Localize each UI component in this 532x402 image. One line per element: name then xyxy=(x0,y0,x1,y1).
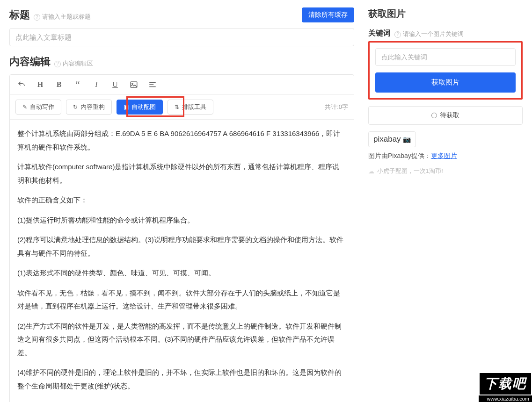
keyword-hint: ? 请输入一个图片关键词 xyxy=(394,30,464,38)
refresh-icon: ↻ xyxy=(73,104,78,110)
article-title-input[interactable] xyxy=(9,28,354,46)
restructure-button[interactable]: ↻内容重构 xyxy=(66,100,112,115)
content-paragraph: (2)程序可以满意地处理信息的数据结构。(3)说明程序功能要求和程序需要的文档的… xyxy=(17,233,346,260)
undo-icon[interactable] xyxy=(15,79,28,91)
content-edit-hint: ? 内容编辑区 xyxy=(54,59,93,68)
content-paragraph: 整个计算机系统由两部分组成：E.69DA 5 E 6 BA 9062616964… xyxy=(17,127,346,154)
content-paragraph: 软件看不见，无色，枯燥，看不见，摸不到，闻不到。软件大部分存在于人们的头脑或纸上… xyxy=(17,287,346,313)
content-paragraph: 计算机软件(computer software)是指计算机系统中除硬件以外的所有… xyxy=(17,160,346,187)
site-watermark: 下载吧 www.xiazaiba.com xyxy=(479,372,532,402)
auto-image-button[interactable]: ▣自动配图 xyxy=(117,100,163,115)
content-paragraph: 软件的正确含义如下： xyxy=(17,194,346,207)
title-hint: ? 请输入主题或标题 xyxy=(34,13,91,21)
info-icon: ? xyxy=(34,14,40,21)
italic-icon[interactable]: I xyxy=(90,79,102,91)
camera-icon: 📷 xyxy=(403,136,411,143)
side-column: 获取图片 关键词 ? 请输入一个图片关键词 获取图片 待获取 pixabay📷 … xyxy=(368,7,523,402)
format-toolbar: H B “ I U xyxy=(10,75,354,95)
title-section-header: 标题 ? 请输入主题或标题 清除所有缓存 xyxy=(9,7,354,22)
title-label: 标题 xyxy=(9,8,30,22)
image-credit: 图片由Pixabay提供：更多图片 xyxy=(368,152,523,160)
editor-container: H B “ I U ✎自动写作 ↻内容重构 ▣自动配图 ⇅排版工具 共计:0字 … xyxy=(9,74,354,402)
content-paragraph: (4)维护不同的硬件是旧的，理论上软件是旧的，并不坏，但实际上软件也是旧的和坏的… xyxy=(17,366,346,393)
more-images-link[interactable]: 更多图片 xyxy=(431,152,457,159)
content-paragraph: (1)表达形式不同的硬件类型、颜色、味道、可见、可摸、可闻。 xyxy=(17,266,346,280)
content-paragraph: (2)生产方式不同的软件是开发，是人类智能的高发挥，而不是传统意义上的硬件制造。… xyxy=(17,320,346,360)
heading-icon[interactable]: H xyxy=(34,79,46,91)
pencil-icon: ✎ xyxy=(22,104,27,110)
svg-point-1 xyxy=(132,83,133,84)
keyword-input[interactable] xyxy=(375,48,516,66)
underline-icon[interactable]: U xyxy=(109,79,121,91)
image-match-icon: ▣ xyxy=(124,104,129,110)
word-count: 共计:0字 xyxy=(325,103,348,111)
auto-write-button[interactable]: ✎自动写作 xyxy=(15,100,61,115)
pixabay-badge: pixabay📷 xyxy=(368,131,416,147)
bold-icon[interactable]: B xyxy=(53,79,65,91)
content-paragraph: (1)提供运行时所需功能和性能的命令或计算机程序集合。 xyxy=(17,214,346,227)
layout-icon: ⇅ xyxy=(175,104,179,110)
footer-hint: ☁ 小虎子配图，一次1淘币! xyxy=(368,167,523,175)
fetch-image-button[interactable]: 获取图片 xyxy=(375,72,516,93)
layout-tool-button[interactable]: ⇅排版工具 xyxy=(168,100,213,115)
fetch-image-title: 获取图片 xyxy=(368,8,406,19)
content-editor[interactable]: 整个计算机系统由两部分组成：E.69DA 5 E 6 BA 9062616964… xyxy=(10,120,354,402)
pending-status: 待获取 xyxy=(368,106,523,125)
main-column: 标题 ? 请输入主题或标题 清除所有缓存 内容编辑 ? 内容编辑区 H xyxy=(9,7,354,402)
info-icon: ? xyxy=(54,61,61,67)
align-icon[interactable] xyxy=(146,79,159,91)
image-icon[interactable] xyxy=(128,79,140,91)
quote-icon[interactable]: “ xyxy=(72,79,84,91)
cloud-icon: ☁ xyxy=(368,168,374,175)
action-toolbar: ✎自动写作 ↻内容重构 ▣自动配图 ⇅排版工具 共计:0字 xyxy=(10,95,354,120)
circle-icon xyxy=(431,113,437,118)
info-icon: ? xyxy=(394,31,401,38)
content-edit-label: 内容编辑 xyxy=(9,55,51,69)
clear-cache-button[interactable]: 清除所有缓存 xyxy=(302,7,354,22)
keyword-label: 关键词 xyxy=(368,29,391,38)
keyword-highlight-box: 获取图片 xyxy=(368,41,523,100)
